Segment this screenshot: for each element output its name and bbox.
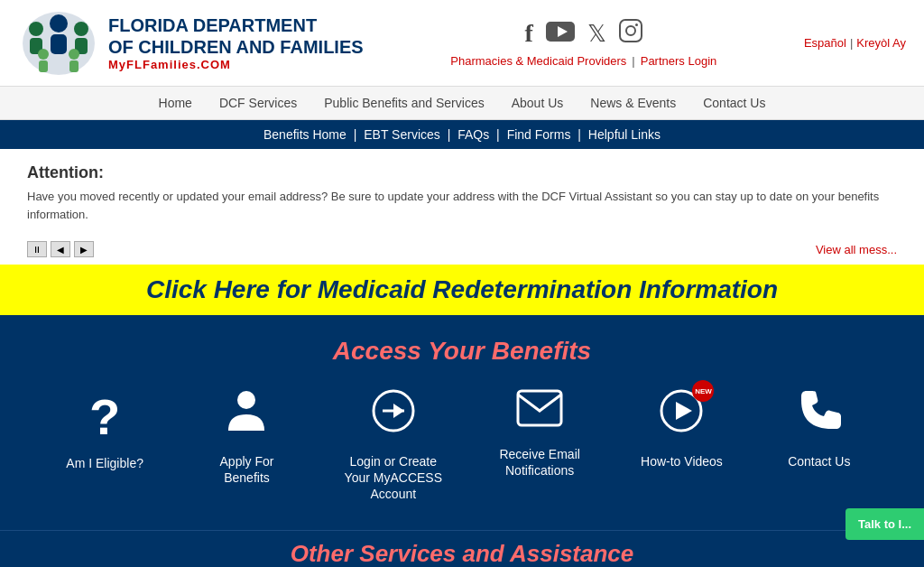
- breadcrumb-faqs[interactable]: FAQs: [457, 127, 489, 142]
- svg-point-15: [635, 23, 638, 26]
- svg-rect-19: [518, 391, 561, 425]
- slide-buttons: ⏸ ◀ ▶: [27, 241, 94, 257]
- youtube-icon[interactable]: [546, 20, 575, 48]
- pharmacies-link[interactable]: Pharmacies & Medicaid Providers: [450, 54, 626, 68]
- other-services-section: Other Services and Assistance: [0, 530, 924, 567]
- benefits-title: Access Your Benefits: [18, 337, 906, 366]
- svg-point-9: [69, 49, 79, 60]
- svg-rect-8: [39, 60, 48, 72]
- login-icon: [370, 387, 417, 444]
- attention-title: Attention:: [27, 163, 897, 182]
- svg-point-7: [38, 49, 49, 60]
- benefit-email[interactable]: Receive Email Notifications: [490, 387, 589, 479]
- svg-point-16: [237, 391, 255, 409]
- header-right: Español | Kreyòl Ay: [804, 36, 906, 50]
- breadcrumb-benefits-home[interactable]: Benefits Home: [263, 127, 346, 142]
- svg-point-1: [29, 22, 43, 36]
- nav-news-events[interactable]: News & Events: [590, 96, 676, 110]
- new-badge: NEW: [692, 380, 714, 402]
- attention-box: Attention: Have you moved recently or up…: [0, 149, 924, 234]
- svg-rect-10: [69, 60, 79, 72]
- nav-contact-us[interactable]: Contact Us: [703, 96, 765, 110]
- header-center: f 𝕏 Pharmacies & Medicaid Providers | Pa…: [450, 19, 716, 68]
- breadcrumb-sep-3: |: [496, 127, 500, 142]
- instagram-icon[interactable]: [619, 19, 642, 49]
- email-icon: [516, 387, 563, 437]
- header: FLORIDA DEPARTMENT OF CHILDREN AND FAMIL…: [0, 0, 924, 87]
- contact-icon: [798, 387, 841, 444]
- svg-rect-4: [51, 34, 67, 54]
- link-separator: |: [632, 54, 634, 68]
- logo-title: FLORIDA DEPARTMENT OF CHILDREN AND FAMIL…: [108, 14, 364, 58]
- yellow-banner[interactable]: Click Here for Medicaid Redetermination …: [0, 265, 924, 315]
- svg-marker-21: [676, 402, 692, 420]
- attention-text: Have you moved recently or updated your …: [27, 188, 897, 223]
- logo-subtitle: MyFLFamilies.COM: [108, 58, 364, 71]
- slide-prev-btn[interactable]: ◀: [51, 241, 70, 257]
- breadcrumb-sep-2: |: [448, 127, 451, 142]
- slide-next-btn[interactable]: ▶: [74, 241, 94, 257]
- apply-label: Apply For Benefits: [197, 453, 296, 486]
- svg-point-5: [74, 22, 88, 36]
- lang-separator: |: [850, 36, 853, 50]
- slideshow-controls: ⏸ ◀ ▶ View all mess...: [0, 234, 924, 265]
- apply-icon: [223, 387, 270, 444]
- view-all-messages[interactable]: View all mess...: [816, 243, 897, 256]
- breadcrumb-sep-4: |: [578, 127, 581, 142]
- nav-home[interactable]: Home: [159, 96, 192, 110]
- benefit-apply[interactable]: Apply For Benefits: [197, 387, 296, 486]
- slide-pause-btn[interactable]: ⏸: [27, 241, 47, 257]
- other-services-title: Other Services and Assistance: [18, 540, 906, 567]
- breadcrumb-find-forms[interactable]: Find Forms: [507, 127, 571, 142]
- nav-about-us[interactable]: About Us: [512, 96, 564, 110]
- contact-label: Contact Us: [788, 453, 850, 469]
- eligible-icon: ?: [89, 387, 120, 446]
- social-icons: f 𝕏: [525, 19, 642, 49]
- svg-point-3: [50, 14, 68, 33]
- twitter-icon[interactable]: 𝕏: [587, 20, 606, 48]
- email-label: Receive Email Notifications: [490, 446, 589, 479]
- kreyol-link[interactable]: Kreyòl Ay: [856, 36, 906, 50]
- benefit-contact[interactable]: Contact Us: [774, 387, 864, 469]
- partners-link[interactable]: Partners Login: [641, 54, 717, 68]
- videos-icon: NEW: [658, 387, 705, 444]
- lang-links: Español | Kreyòl Ay: [804, 36, 906, 50]
- yellow-banner-text: Click Here for Medicaid Redetermination …: [146, 275, 778, 303]
- benefits-grid: ? Am I Eligible? Apply For Benefits: [18, 387, 906, 503]
- logo-text: FLORIDA DEPARTMENT OF CHILDREN AND FAMIL…: [108, 14, 364, 71]
- eligible-label: Am I Eligible?: [66, 455, 143, 471]
- breadcrumb-ebt-services[interactable]: EBT Services: [364, 127, 440, 142]
- videos-label: How-to Videos: [641, 453, 723, 469]
- nav-dcf-services[interactable]: DCF Services: [219, 96, 297, 110]
- espanol-link[interactable]: Español: [804, 36, 846, 50]
- benefits-section: Access Your Benefits ? Am I Eligible? Ap…: [0, 315, 924, 530]
- svg-rect-13: [620, 20, 642, 42]
- main-nav: Home DCF Services Public Benefits and Se…: [0, 87, 924, 120]
- svg-point-14: [626, 26, 635, 35]
- header-links: Pharmacies & Medicaid Providers | Partne…: [450, 54, 716, 68]
- benefit-videos[interactable]: NEW How-to Videos: [636, 387, 726, 469]
- talk-button[interactable]: Talk to I...: [845, 508, 924, 540]
- breadcrumb-sep-1: |: [354, 127, 357, 142]
- login-label: Login or Create Your MyACCESS Account: [344, 453, 443, 503]
- facebook-icon[interactable]: f: [525, 19, 533, 48]
- logo-area: FLORIDA DEPARTMENT OF CHILDREN AND FAMIL…: [18, 9, 364, 77]
- nav-public-benefits[interactable]: Public Benefits and Services: [324, 96, 484, 110]
- breadcrumb-helpful-links[interactable]: Helpful Links: [588, 127, 661, 142]
- benefit-login[interactable]: Login or Create Your MyACCESS Account: [344, 387, 443, 503]
- logo-svg: [18, 9, 99, 77]
- benefit-eligible[interactable]: ? Am I Eligible?: [60, 387, 150, 471]
- breadcrumb-bar: Benefits Home | EBT Services | FAQs | Fi…: [0, 120, 924, 149]
